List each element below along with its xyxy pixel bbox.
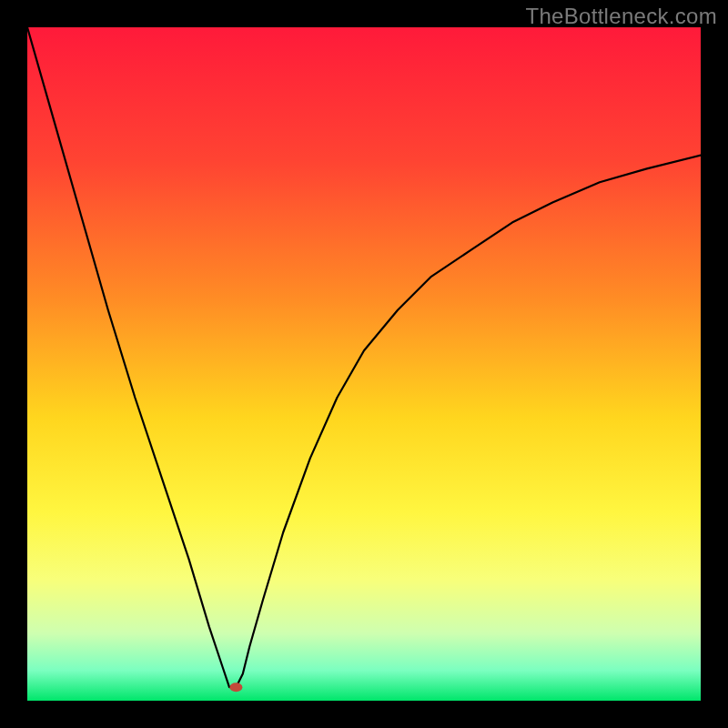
optimum-marker [229, 682, 242, 692]
watermark-text: TheBottleneck.com [525, 4, 717, 29]
plot-area [27, 27, 701, 701]
gradient-background [27, 27, 701, 701]
chart-svg [27, 27, 701, 701]
chart-frame: TheBottleneck.com [0, 0, 728, 728]
